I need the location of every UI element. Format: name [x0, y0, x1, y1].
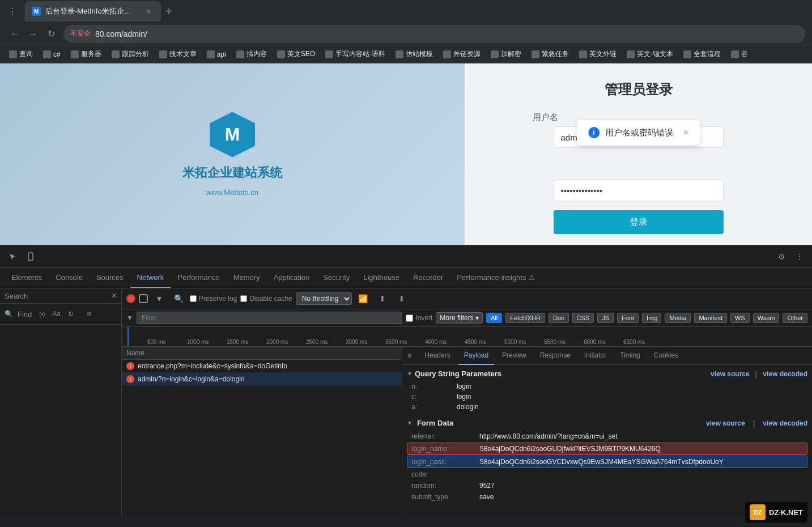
filter-img[interactable]: Img [642, 313, 661, 323]
filter-doc[interactable]: Doc [549, 313, 569, 323]
devtools-device-button[interactable] [23, 249, 39, 265]
filter-toggle[interactable]: ▼ [151, 291, 167, 307]
tab-headers[interactable]: Headers [419, 347, 456, 365]
request-row-2[interactable]: ! admin/?n=login&c=login&a=dologin [122, 373, 402, 386]
tab-preview[interactable]: Preview [496, 347, 532, 365]
view-source-link-2[interactable]: view source [706, 419, 745, 427]
panel-close-button[interactable]: × [407, 351, 412, 361]
wifi-button[interactable]: 📶 [355, 291, 371, 307]
bookmark-icon [491, 50, 499, 58]
download-button[interactable]: ⬇ [394, 291, 410, 307]
invert-checkbox[interactable]: Invert [406, 314, 432, 322]
filter-manifest[interactable]: Manifest [694, 313, 727, 323]
password-input[interactable] [554, 180, 724, 201]
tab-console[interactable]: Console [49, 268, 90, 288]
devtools-more-button[interactable]: ⋮ [792, 249, 807, 265]
tab-lighthouse[interactable]: Lighthouse [356, 268, 406, 288]
upload-button[interactable]: ⬆ [375, 291, 390, 307]
tab-elements[interactable]: Elements [5, 268, 49, 288]
back-button[interactable]: ← [7, 26, 23, 42]
tab-network[interactable]: Network [130, 268, 171, 288]
record-button[interactable] [126, 294, 135, 303]
tick-3500: 3500 ms [385, 339, 407, 345]
bookmark-item[interactable]: 加解密 [486, 48, 526, 61]
error-icon-1: ! [126, 362, 134, 370]
tick-3000: 3000 ms [346, 339, 367, 345]
bookmark-item[interactable]: 查询 [5, 48, 37, 61]
page-left-panel: M 米拓企业建站系统 www.MetInfo.cn [0, 63, 465, 245]
request-row-1[interactable]: ! entrance.php?m=include&c=sysinfo&a=doG… [122, 360, 402, 373]
bookmark-item[interactable]: 手写内容站-语料 [321, 48, 390, 61]
filter-font[interactable]: Font [617, 313, 639, 323]
filter-media[interactable]: Media [665, 313, 691, 323]
address-input-wrap[interactable]: 不安全 80.com/admin/ [63, 25, 805, 43]
view-source-link-1[interactable]: view source [711, 370, 750, 378]
bookmark-icon [277, 50, 285, 58]
bookmark-item[interactable]: c# [39, 48, 65, 61]
bookmark-icon [207, 50, 215, 58]
error-close-button[interactable]: × [683, 128, 688, 138]
filter-wasm[interactable]: Wasm [753, 313, 780, 323]
forward-button[interactable]: → [25, 26, 41, 42]
tab-timing[interactable]: Timing [614, 347, 646, 365]
devtools-inspect-button[interactable] [5, 249, 20, 265]
bookmark-label: 外链资源 [453, 49, 481, 59]
tab-response[interactable]: Response [534, 347, 576, 365]
tab-security[interactable]: Security [316, 268, 356, 288]
bookmark-item[interactable]: api [202, 48, 231, 61]
find-close[interactable]: ⊘ [81, 306, 97, 322]
bookmark-item[interactable]: 英文外链 [575, 48, 621, 61]
filter-other[interactable]: Other [783, 313, 807, 323]
request-name-2: admin/?n=login&c=login&a=dologin [138, 375, 244, 383]
bookmark-item[interactable]: 紧急任务 [527, 48, 573, 61]
login-button[interactable]: 登录 [554, 210, 724, 234]
more-filters-button[interactable]: More filters ▾ [436, 312, 483, 324]
tab-cookies[interactable]: Cookies [648, 347, 684, 365]
bookmark-item[interactable]: 仿站模板 [391, 48, 437, 61]
tab-list-button[interactable]: ⋮ [5, 3, 20, 19]
active-tab[interactable]: M 后台登录-MetInfo米拓企业建 × [25, 1, 161, 22]
filter-fetch-xhr[interactable]: Fetch/XHR [505, 313, 545, 323]
find-refresh[interactable]: ↻ [63, 306, 79, 322]
disable-cache-checkbox[interactable]: Disable cache [240, 295, 292, 303]
tab-initiator[interactable]: Initiator [579, 347, 612, 365]
filter-bar: ▼ Invert More filters ▾ All Fetch/XHR Do… [122, 309, 812, 327]
tick-2000: 2000 ms [266, 339, 288, 345]
bookmark-icon [579, 50, 587, 58]
bookmark-item[interactable]: 外链资源 [439, 48, 485, 61]
new-tab-button[interactable]: + [161, 3, 177, 19]
bookmark-item[interactable]: 全套流程 [679, 48, 725, 61]
find-options[interactable]: (•) [34, 306, 50, 322]
filter-ws[interactable]: WS [730, 313, 750, 323]
bookmark-item[interactable]: 搞内容 [232, 48, 271, 61]
reload-button[interactable]: ↻ [43, 26, 59, 42]
tab-payload[interactable]: Payload [458, 347, 494, 365]
tab-sources[interactable]: Sources [90, 268, 130, 288]
bookmark-item[interactable]: 服务器 [66, 48, 106, 61]
search-toggle[interactable]: 🔍 [171, 291, 186, 307]
filter-css[interactable]: CSS [572, 313, 594, 323]
bookmark-item[interactable]: 英文-锚文本 [622, 48, 678, 61]
filter-js[interactable]: JS [597, 313, 614, 323]
filter-all[interactable]: All [486, 313, 502, 323]
bookmark-item[interactable]: 技术文章 [155, 48, 201, 61]
tab-memory[interactable]: Memory [227, 268, 267, 288]
bookmark-item[interactable]: 谷 [726, 48, 753, 61]
bookmark-item[interactable]: 英文SEO [273, 48, 320, 61]
tab-application[interactable]: Application [267, 268, 317, 288]
stop-button[interactable] [139, 294, 148, 303]
tab-recorder[interactable]: Recorder [406, 268, 450, 288]
view-decoded-link-2[interactable]: view decoded [763, 419, 807, 427]
tab-close-button[interactable]: × [143, 6, 154, 17]
search-close[interactable]: × [112, 291, 117, 301]
devtools-settings-button[interactable]: ⚙ [773, 249, 789, 265]
tab-performance[interactable]: Performance [171, 268, 226, 288]
throttle-select[interactable]: No throttling [296, 292, 352, 305]
view-decoded-link-1[interactable]: view decoded [763, 370, 807, 378]
tab-performance-insights[interactable]: Performance insights ⚠ [450, 268, 542, 288]
logo-sub: www.MetInfo.cn [206, 188, 258, 197]
tick-5500: 5500 ms [544, 339, 566, 345]
bookmark-item[interactable]: 跟踪分析 [107, 48, 154, 61]
filter-input[interactable] [137, 312, 402, 324]
preserve-log-checkbox[interactable]: Preserve log [190, 295, 237, 303]
